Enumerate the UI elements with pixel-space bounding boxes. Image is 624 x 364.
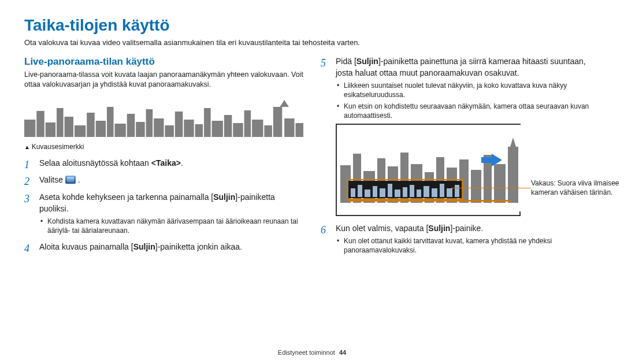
intro-paragraph: Ota valokuva tai kuvaa video valitsemall…	[24, 38, 600, 47]
svg-rect-42	[471, 170, 481, 203]
svg-rect-20	[212, 121, 223, 137]
svg-rect-13	[146, 109, 153, 137]
camera-preview-illustration	[337, 125, 522, 211]
svg-rect-54	[373, 186, 377, 197]
svg-rect-64	[447, 188, 452, 197]
svg-rect-53	[365, 190, 370, 197]
svg-rect-56	[388, 184, 392, 197]
page-footer: Edistyneet toiminnot 44	[0, 349, 624, 356]
steps-5-6: Pidä [Suljin]-painiketta painettuna ja s…	[321, 56, 600, 255]
svg-rect-6	[75, 125, 86, 137]
svg-rect-5	[65, 117, 73, 137]
svg-rect-3	[46, 122, 55, 137]
svg-rect-59	[410, 185, 414, 197]
svg-rect-17	[184, 120, 194, 137]
step-1: Selaa aloitusnäytössä kohtaan <Taika>.	[24, 158, 303, 169]
svg-rect-12	[136, 122, 144, 137]
skyline-illustration	[24, 96, 303, 137]
svg-rect-23	[244, 110, 251, 137]
sub-bullet: Kohdista kamera kuvattavan näkymän ääriv…	[39, 217, 303, 235]
svg-rect-8	[96, 121, 106, 137]
svg-rect-28	[284, 118, 294, 137]
sub-bullet: Kun etsin on kohdistettu seuraavaan näky…	[336, 102, 600, 120]
svg-rect-24	[252, 120, 263, 137]
svg-rect-52	[358, 185, 362, 197]
sub-bullet: Liikkeen suuntaiset nuolet tulevat näkyv…	[336, 81, 600, 99]
step-2: Valitse .	[24, 174, 303, 186]
step-3: Aseta kohde kehykseen ja tarkenna painam…	[24, 192, 303, 236]
svg-rect-1	[24, 120, 35, 137]
svg-rect-14	[154, 118, 164, 137]
step-5: Pidä [Suljin]-painiketta painettuna ja s…	[321, 56, 600, 216]
svg-rect-44	[494, 164, 506, 203]
panorama-mode-icon	[65, 176, 76, 184]
left-column: Live-panoraama-tilan käyttö Live-panoraa…	[24, 56, 303, 261]
camera-preview-frame	[336, 124, 521, 216]
annotation-leader-line	[451, 188, 531, 188]
svg-rect-4	[57, 108, 64, 137]
page-title: Taika-tilojen käyttö	[24, 16, 600, 35]
svg-rect-65	[455, 185, 459, 197]
svg-rect-15	[165, 125, 173, 137]
svg-rect-47	[481, 157, 492, 163]
steps-1-4: Selaa aloitusnäytössä kohtaan <Taika>. V…	[24, 158, 303, 252]
svg-rect-61	[424, 186, 429, 197]
step-4: Aloita kuvaus painamalla [Suljin]-painik…	[24, 242, 303, 253]
page-number: 44	[337, 349, 346, 356]
svg-rect-63	[440, 184, 444, 197]
svg-rect-10	[114, 124, 125, 137]
svg-rect-57	[395, 190, 400, 197]
right-column: Pidä [Suljin]-painiketta painettuna ja s…	[321, 56, 600, 261]
svg-rect-60	[417, 190, 421, 197]
svg-rect-26	[273, 107, 282, 137]
svg-rect-2	[36, 111, 44, 137]
footer-section: Edistyneet toiminnot	[278, 349, 335, 356]
step-6-sub: Kun olet ottanut kaikki tarvittavat kuva…	[336, 236, 600, 255]
svg-rect-45	[508, 147, 518, 203]
svg-rect-21	[224, 115, 232, 137]
two-column-layout: Live-panoraama-tilan käyttö Live-panoraa…	[24, 56, 600, 261]
svg-rect-7	[87, 113, 95, 137]
svg-rect-9	[107, 107, 114, 137]
document-page: Taika-tilojen käyttö Ota valokuva tai ku…	[0, 0, 624, 364]
step-3-sub: Kohdista kamera kuvattavan näkymän ääriv…	[39, 217, 303, 235]
svg-rect-22	[233, 123, 243, 137]
svg-rect-11	[127, 114, 135, 137]
camera-preview-wrap: Vakaus: Suora viiva ilmaisee kameran väh…	[336, 124, 600, 216]
svg-rect-62	[432, 188, 437, 197]
step-5-sub: Liikkeen suuntaiset nuolet tulevat näkyv…	[336, 81, 600, 120]
step-6: Kun olet valmis, vapauta [Suljin]-painik…	[321, 223, 600, 255]
annotation-text: Vakaus: Suora viiva ilmaisee kameran väh…	[531, 179, 624, 197]
svg-rect-51	[351, 188, 355, 197]
section-heading: Live-panoraama-tilan käyttö	[24, 56, 303, 68]
section-lead: Live-panoraama-tilassa voit kuvata laaja…	[24, 70, 303, 90]
svg-rect-66	[348, 200, 510, 202]
svg-rect-55	[380, 188, 385, 197]
svg-rect-19	[204, 108, 211, 137]
svg-rect-18	[195, 124, 203, 137]
svg-rect-16	[175, 112, 183, 137]
sub-bullet: Kun olet ottanut kaikki tarvittavat kuva…	[336, 236, 600, 255]
illustration-caption: Kuvausesimerkki	[24, 143, 303, 151]
svg-rect-25	[264, 125, 272, 137]
svg-rect-29	[295, 123, 303, 137]
svg-rect-58	[403, 187, 407, 197]
